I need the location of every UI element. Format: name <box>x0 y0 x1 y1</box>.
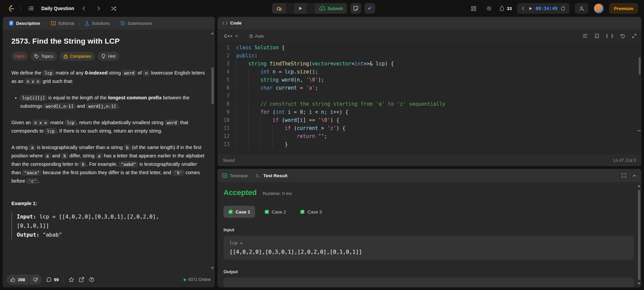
shuffle-icon[interactable] <box>108 3 118 13</box>
daily-question-label[interactable]: Daily Question <box>41 6 74 11</box>
problem-paragraph: Given an n x n matrix lcp, return the al… <box>11 118 205 135</box>
code-line[interactable]: 8 // construct the string starting from … <box>217 100 641 108</box>
code-tab-label[interactable]: Code <box>230 20 242 26</box>
code-line[interactable]: 11 if (current > 'z') { <box>217 124 641 132</box>
line-number: 8 <box>217 100 230 108</box>
code-line[interactable]: 4 int n = lcp.size(); <box>217 68 641 76</box>
inline-code: 'c' <box>27 178 38 184</box>
code-line[interactable]: 1class Solution { <box>217 44 641 52</box>
topics-badge[interactable]: Topics <box>31 52 57 61</box>
line-number: 6 <box>217 84 230 92</box>
code-line[interactable]: 5 string word(n, '\0'); <box>217 76 641 84</box>
scroll-up-arrow[interactable] <box>211 32 214 34</box>
problem-paragraph: We define the lcp matrix of any 0-indexe… <box>11 69 205 86</box>
problem-paragraph: A string a is lexicographically smaller … <box>11 143 205 185</box>
test-result-content: Accepted Runtime: 0 ms Case 1Case 2Case … <box>217 182 637 287</box>
difficulty-badge[interactable]: Hard <box>11 52 28 61</box>
notes-button[interactable] <box>350 3 361 14</box>
code-line[interactable]: 7 <box>217 92 641 100</box>
description-footer: 398 99 4071 Onl <box>3 272 215 287</box>
scroll-up-arrow[interactable] <box>638 185 640 187</box>
help-button[interactable] <box>89 277 94 282</box>
leetcode-logo[interactable] <box>6 3 16 13</box>
reset-code-icon[interactable] <box>620 34 625 39</box>
code-line[interactable]: 12 return ""; <box>217 132 641 140</box>
fullscreen-icon[interactable] <box>622 173 626 178</box>
inline-code: lcp[i][j] <box>20 95 47 101</box>
share-button[interactable] <box>79 277 84 282</box>
tab-submissions[interactable]: Submissions <box>118 17 154 30</box>
cursor-position[interactable]: Ln 47, Col 3 <box>613 158 636 163</box>
case-check-icon <box>300 209 305 214</box>
tab-testcase[interactable]: Testcase <box>222 173 248 178</box>
nav-right: 33 00:34:49 Premium <box>468 3 638 14</box>
case-tab[interactable]: Case 2 <box>260 206 291 218</box>
maximize-icon[interactable] <box>632 34 637 38</box>
description-scrollbar[interactable] <box>211 67 214 104</box>
streak-counter[interactable]: 33 <box>499 5 512 11</box>
ai-assist-button[interactable] <box>364 3 375 14</box>
auto-toggle[interactable]: Auto <box>249 34 264 39</box>
user-avatar[interactable] <box>594 3 604 13</box>
output-box[interactable] <box>224 278 634 287</box>
prev-question-icon[interactable] <box>79 3 89 13</box>
run-button[interactable] <box>294 3 307 14</box>
bookmark-icon[interactable] <box>595 34 599 39</box>
like-button[interactable]: 398 <box>7 275 29 285</box>
tab-description[interactable]: Description <box>7 17 42 30</box>
timer-play-icon[interactable] <box>528 6 533 11</box>
favorite-button[interactable] <box>68 277 74 283</box>
timer-collapse-icon[interactable] <box>521 6 525 10</box>
collapse-panel-icon[interactable] <box>632 174 637 178</box>
settings-gear-icon[interactable] <box>484 3 494 13</box>
debug-button[interactable] <box>272 3 286 14</box>
tab-editorial[interactable]: Editorial <box>49 17 76 30</box>
hint-badge[interactable]: Hint <box>98 52 119 61</box>
code-line[interactable]: 2public: <box>217 52 641 60</box>
timer-reset-icon[interactable] <box>560 6 565 11</box>
scroll-down-arrow[interactable] <box>211 267 214 269</box>
case-tab[interactable]: Case 3 <box>295 206 327 218</box>
comments-button[interactable]: 99 <box>46 277 59 282</box>
case-tab[interactable]: Case 1 <box>224 206 255 218</box>
snippets-icon[interactable]: { } <box>606 34 613 39</box>
code-line[interactable]: 13 } <box>217 140 641 148</box>
submit-button[interactable]: Submit <box>315 3 347 14</box>
case-tab-label: Case 2 <box>272 209 286 214</box>
tab-test-result[interactable]: Test Result <box>256 173 288 178</box>
scroll-down-arrow[interactable] <box>638 283 640 285</box>
tab-solutions[interactable]: Solutions <box>83 17 111 30</box>
input-box[interactable]: lcp = [[4,0,2,0],[0,3,0,1],[2,0,2,0],[0,… <box>224 236 634 260</box>
editor-scrollbar[interactable] <box>639 57 641 75</box>
description-icon <box>9 20 14 26</box>
language-selector[interactable]: C++ <box>222 32 240 40</box>
invite-button[interactable] <box>575 3 588 14</box>
bullet-item: lcp[i][j] is equal to the length of the … <box>20 94 205 110</box>
problem-list-icon[interactable] <box>26 3 36 13</box>
layout-icon[interactable] <box>468 3 479 13</box>
companies-badge[interactable]: Companies <box>60 52 95 61</box>
inline-code: word <box>165 120 179 126</box>
divider <box>286 3 294 14</box>
testcase-panel: Testcase | Test Result Accepted Runtime:… <box>217 169 641 287</box>
premium-button[interactable]: Premium <box>609 3 638 14</box>
code-line[interactable]: 6 char current = 'a'; <box>217 84 641 92</box>
code-editor[interactable]: 1class Solution {2public:3 string findTh… <box>217 43 641 154</box>
format-code-icon[interactable] <box>583 34 588 38</box>
next-question-icon[interactable] <box>94 3 104 13</box>
code-line[interactable]: 9 for (int i = 0; i < n; i++) { <box>217 108 641 116</box>
line-number: 7 <box>217 92 230 100</box>
inline-code: a <box>29 145 36 150</box>
example-1-block: Input: lcp = [[4,0,2,0],[0,3,0,1],[2,0,2… <box>11 212 159 239</box>
badge-row: Hard Topics Companies Hint <box>11 52 205 61</box>
inline-code: b <box>80 161 87 167</box>
code-line[interactable]: 3 string findTheString(vector<vector<int… <box>217 60 641 68</box>
testcase-scrollbar[interactable] <box>638 190 640 280</box>
editor-statusbar: Saved Ln 47, Col 3 <box>217 154 641 166</box>
dislike-button[interactable] <box>29 275 42 285</box>
inline-code: 'b' <box>172 170 184 176</box>
top-nav: Daily Question <box>0 0 644 17</box>
code-line[interactable]: 10 if (word[i] == '\0') { <box>217 116 641 124</box>
overview-ruler-mark <box>638 130 641 131</box>
comment-icon <box>46 277 52 282</box>
